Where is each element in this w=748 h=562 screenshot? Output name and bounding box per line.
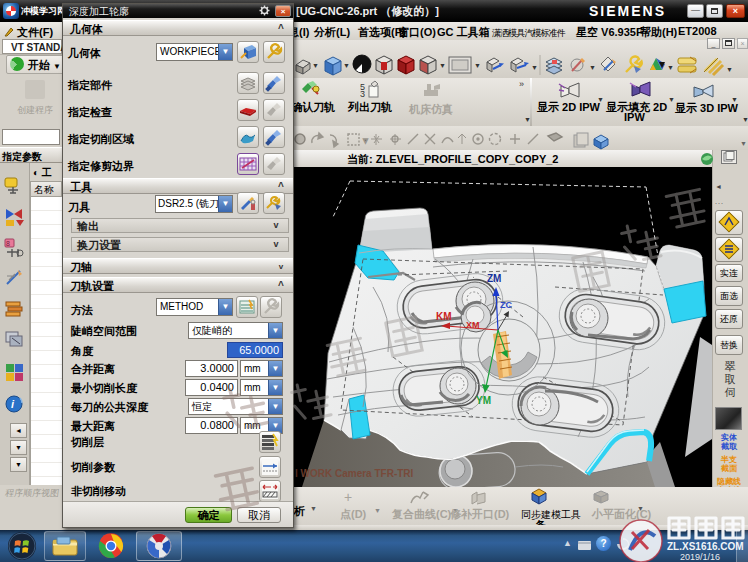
svg-text:▼: ▼ [740,140,747,147]
svg-text:▼: ▼ [362,137,369,144]
svg-text:▼: ▼ [726,66,733,73]
svg-text:l WORK Camera TFR-TRl: l WORK Camera TFR-TRl [295,468,414,479]
svg-text:2019/1/16: 2019/1/16 [680,552,720,562]
svg-text:ZM: ZM [487,273,501,284]
svg-text:ZC: ZC [500,300,512,310]
svg-text:ZL.XS1616.COM: ZL.XS1616.COM [667,541,744,552]
svg-text:YM: YM [476,395,491,406]
svg-text:▼: ▼ [343,62,350,69]
svg-text:8: 8 [6,240,10,247]
svg-text:▼: ▼ [531,64,538,71]
svg-text:▼: ▼ [312,62,319,69]
svg-text:3: 3 [360,89,365,98]
svg-text:▼: ▼ [439,62,446,69]
svg-text:▼: ▼ [667,64,674,71]
svg-text:▼: ▼ [589,64,596,71]
svg-text:KM: KM [436,311,452,322]
svg-text:XM: XM [466,320,480,330]
svg-text:▼: ▼ [474,62,481,69]
